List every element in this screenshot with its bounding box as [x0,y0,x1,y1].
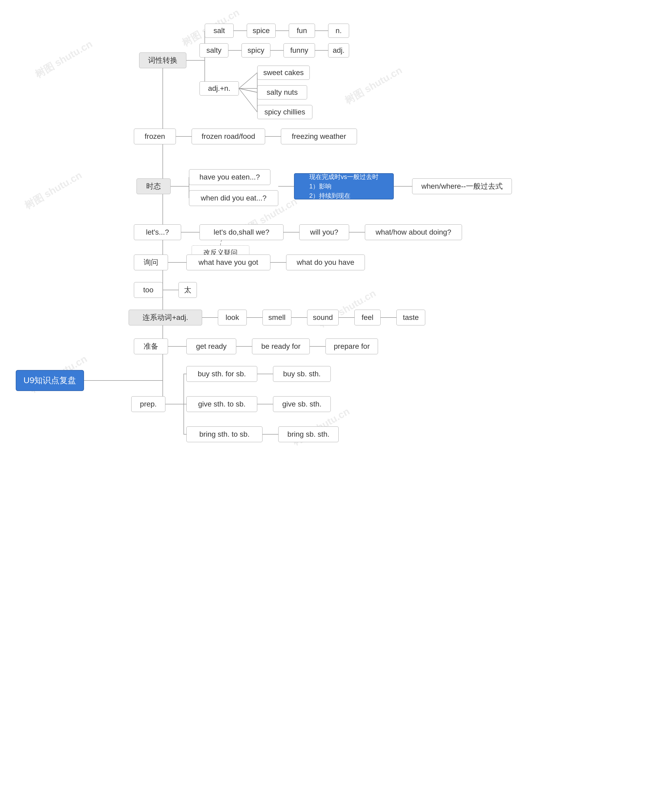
n-node: n. [328,24,349,38]
shitai-node: 时态 [137,179,171,194]
spicy-chillies-node: spicy chillies [257,105,312,119]
freezing-weather-node: freezing weather [281,128,357,144]
feel-node: feel [355,310,381,325]
salty-nuts-node: salty nuts [257,85,307,99]
zhunbei-node: 准备 [134,338,168,354]
svg-line-7 [239,73,257,88]
svg-line-9 [239,88,257,112]
svg-line-6 [239,88,257,93]
lets-node: let's...? [134,224,181,240]
give-sth-node: give sth. to sb. [186,396,257,412]
frozen-road-node: frozen road/food [192,128,265,144]
xianzai-node: 现在完成时vs一般过去时 1）影响 2）持续到现在 [294,173,394,200]
what-how-node: what/how about doing? [365,224,462,240]
watermark-1: 树图 shutu.cn [33,37,95,81]
cixing-label: 词性转换 [148,55,177,65]
cixing-node: 词性转换 [139,52,186,68]
smell-node: smell [262,310,291,325]
sweet-cakes-node: sweet cakes [257,66,310,80]
buy-sb-node: buy sb. sth. [273,366,331,382]
root-label: U9知识点复盘 [24,375,76,386]
frozen-node: frozen [134,128,176,144]
adjn-node: adj.+n. [200,81,239,96]
watermark-4: 树图 shutu.cn [22,169,85,212]
spicy-node: spicy [241,43,270,57]
when-where-node: when/where--一般过去式 [412,179,512,194]
salt-node: salt [205,24,234,38]
what-have-node: what have you got [186,255,270,270]
what-do-node: what do you have [286,255,365,270]
diagram-container: 树图 shutu.cn 树图 shutu.cn 树图 shutu.cn 树图 s… [0,0,672,803]
sound-node: sound [307,310,338,325]
spice-node: spice [247,24,276,38]
look-node: look [218,310,247,325]
prep-node: prep. [131,396,165,412]
salty-node: salty [200,43,228,57]
funny-node: funny [283,43,315,57]
bring-sth-node: bring sth. to sb. [186,426,262,442]
too-node: too [134,282,163,298]
lets-do-node: let's do,shall we? [200,224,283,240]
fun-node: fun [289,24,315,38]
have-eaten-node: have you eaten...? [189,169,270,185]
lianjie-node: 连系动词+adj. [129,310,202,325]
prepare-for-node: prepare for [325,338,378,354]
adj-node: adj. [328,43,349,57]
when-did-node: when did you eat...? [189,190,278,206]
taste-node: taste [396,310,425,325]
tai-node: 太 [179,282,197,298]
xunwen-node: 询问 [134,255,168,270]
root-node: U9知识点复盘 [16,370,84,391]
bring-sb-node: bring sb. sth. [278,426,338,442]
buy-sth-node: buy sth. for sb. [186,366,257,382]
will-you-node: will you? [299,224,349,240]
connector-lines [0,0,672,803]
be-ready-for-node: be ready for [252,338,310,354]
give-sb-node: give sb. sth. [273,396,331,412]
watermark-3: 树图 shutu.cn [342,63,405,107]
svg-line-8 [239,88,257,93]
get-ready-node: get ready [186,338,236,354]
